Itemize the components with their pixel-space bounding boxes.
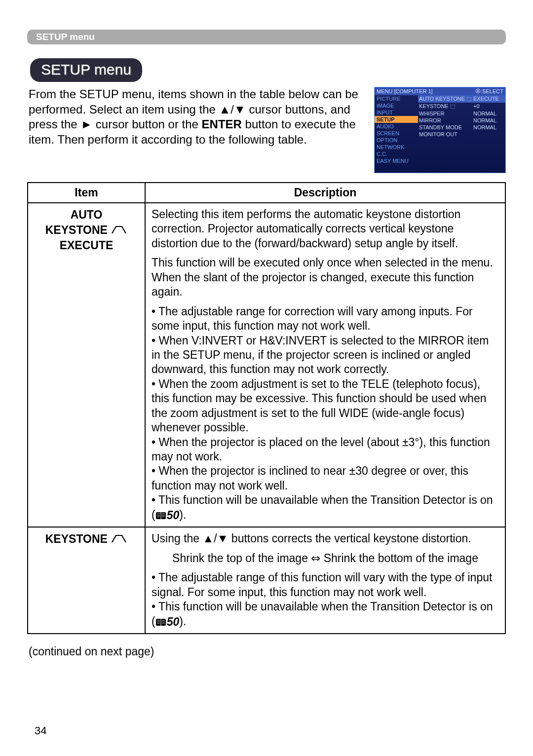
header-item: Item [28,183,145,203]
osd-titlebar: MENU [COMPUTER 1] ⦿:SELECT [375,87,505,95]
osd-title-right: ⦿:SELECT [475,88,503,94]
osd-menu-item: SCREEN [375,130,418,137]
table-row: AUTOKEYSTONE EXECUTESelecting this item … [28,203,505,527]
book-ref-icon: 50 [155,615,180,629]
description-paragraph: • The adjustable range of this function … [152,570,499,629]
osd-menu-item: NETWORK [375,144,418,151]
description-table: Item Description AUTOKEYSTONE EXECUTESel… [27,182,506,634]
osd-screenshot: MENU [COMPUTER 1] ⦿:SELECT PICTUREIMAGEI… [374,87,506,173]
pill-label: SETUP menu [41,61,131,77]
osd-menu-item: EASY MENU [375,157,418,164]
osd-setting-row: MONITOR OUT [418,131,505,138]
osd-setting-name: MIRROR [419,117,473,123]
osd-setting-value: NORMAL [473,124,496,130]
osd-menu-item: AUDIO [375,123,418,130]
description-paragraph: This function will be executed only once… [152,256,499,299]
osd-menu-item: INPUT [375,109,418,116]
osd-setting-row: STANDBY MODENORMAL [418,124,505,131]
osd-setting-value: NORMAL [473,117,496,123]
osd-setting-row: AUTO KEYSTONE ⬚EXECUTE [418,95,505,103]
table-row: KEYSTONE Using the ▲/▼ buttons corrects … [28,527,505,634]
keystone-trapezoid-icon [111,225,127,235]
osd-setting-value: EXECUTE [473,96,499,102]
osd-title-left: MENU [COMPUTER 1] [377,88,433,94]
osd-setting-name: AUTO KEYSTONE ⬚ [419,96,473,102]
description-paragraph: • The adjustable range for correction wi… [152,304,499,523]
intro-row: From the SETUP menu, items shown in the … [27,87,506,173]
intro-text: From the SETUP menu, items shown in the … [29,87,365,148]
item-cell: KEYSTONE [28,527,145,634]
description-paragraph: Selecting this item performs the automat… [152,207,499,251]
osd-setting-name: MONITOR OUT [419,131,473,137]
section-header-bar: SETUP menu [27,30,506,44]
book-ref-icon: 50 [155,508,180,523]
osd-left-menu: PICTUREIMAGEINPUTSETUPAUDIOSCREENOPTIONN… [375,95,418,164]
description-cell: Using the ▲/▼ buttons corrects the verti… [145,527,505,634]
osd-setting-name: KEYSTONE ⬚ [419,103,473,110]
osd-setting-name: WHISPER [419,111,473,116]
continued-note: (continued on next page) [29,645,506,658]
keystone-trapezoid-icon [111,534,127,544]
osd-right-panel: AUTO KEYSTONE ⬚EXECUTEKEYSTONE ⬚+0WHISPE… [418,95,505,164]
osd-menu-item: PICTURE [375,95,418,102]
osd-setting-name: STANDBY MODE [419,124,473,130]
osd-menu-item: SETUP [375,116,418,123]
section-header-text: SETUP menu [36,32,95,42]
osd-setting-value: NORMAL [473,111,496,116]
item-cell: AUTOKEYSTONE EXECUTE [28,203,145,527]
osd-setting-value: +0 [473,103,480,110]
description-cell: Selecting this item performs the automat… [145,203,505,527]
header-description: Description [145,183,505,203]
description-paragraph: Shrink the top of the image ⇔ Shrink the… [152,551,499,566]
osd-menu-item: IMAGE [375,102,418,109]
page-number: 34 [35,724,46,737]
setup-menu-pill: SETUP menu [30,58,142,82]
osd-setting-row: KEYSTONE ⬚+0 [418,103,505,110]
osd-setting-row: MIRRORNORMAL [418,117,505,124]
osd-menu-item: OPTION [375,137,418,144]
osd-body: PICTUREIMAGEINPUTSETUPAUDIOSCREENOPTIONN… [375,95,505,164]
description-paragraph: Using the ▲/▼ buttons corrects the verti… [152,531,499,546]
osd-setting-row: WHISPERNORMAL [418,110,505,117]
osd-menu-item: C.C. [375,151,418,157]
